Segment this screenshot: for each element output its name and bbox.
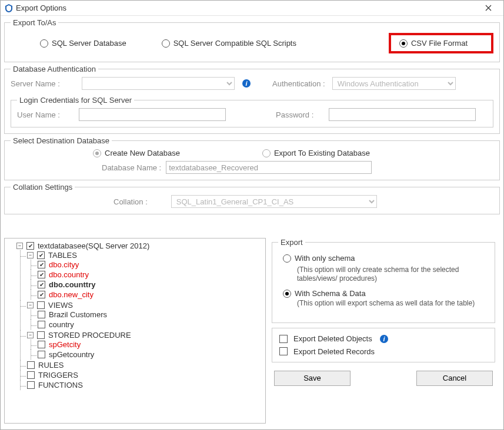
radio-icon (399, 39, 408, 48)
username-input[interactable] (79, 108, 226, 121)
tree-sp-item[interactable]: spGetcity (38, 340, 264, 349)
export-group: Export With only schema (This option wil… (272, 238, 495, 323)
checkbox-icon[interactable] (27, 371, 35, 379)
tree-triggers[interactable]: TRIGGERS (27, 371, 264, 379)
export-legend: Export (278, 238, 305, 247)
checkbox-checked-icon[interactable]: ✔ (38, 291, 45, 298)
export-options-window: Export Options Export To/As SQL Server D… (0, 0, 504, 430)
tree-stored-procedure[interactable]: − STORED PROCEDURE (27, 331, 264, 340)
radio-create-db[interactable]: Create New Database (93, 149, 180, 157)
tree-functions[interactable]: FUNCTIONS (27, 381, 264, 389)
tree-label: textdatabasee(SQL Server 2012) (38, 241, 149, 250)
login-legend: Login Credentials for SQL Server (17, 96, 134, 105)
tree-label: STORED PROCEDURE (48, 331, 131, 340)
radio-existing-db[interactable]: Export To Existing Database (262, 149, 370, 157)
deleted-records-label: Export Deleted Records (293, 347, 375, 356)
dbname-input[interactable] (166, 161, 372, 174)
tree-views[interactable]: − VIEWS (27, 301, 264, 310)
export-deleted-group: Export Deleted Objects i Export Deleted … (272, 328, 495, 362)
radio-label: With Schema & Data (295, 289, 366, 298)
checkbox-checked-icon[interactable]: ✔ (37, 251, 45, 259)
close-icon (485, 5, 492, 11)
password-input[interactable] (329, 108, 476, 121)
save-button[interactable]: Save (274, 371, 351, 386)
radio-sql-scripts[interactable]: SQL Server Compatible SQL Scripts (162, 39, 296, 48)
radio-label: CSV File Format (411, 39, 468, 48)
radio-icon (40, 39, 48, 48)
csv-highlight: CSV File Format (389, 33, 493, 53)
tree-table-item[interactable]: ✔dbo.country (38, 270, 264, 279)
checkbox-icon[interactable] (38, 341, 45, 348)
db-auth-group: Database Authentication Server Name : i … (4, 65, 500, 134)
tree-label: spGetcity (49, 340, 81, 349)
checkbox-checked-icon[interactable]: ✔ (26, 242, 34, 250)
username-label: User Name : (17, 110, 79, 119)
collation-select[interactable]: SQL_Latin1_General_CP1_CI_AS (171, 195, 377, 208)
tree-sp-item[interactable]: spGetcountry (38, 350, 264, 359)
dest-db-legend: Select Destination Database (11, 136, 112, 145)
tree-label: dbo.cityy (49, 260, 79, 269)
dbname-label: Database Name : (102, 163, 161, 172)
tree-label: dbo.country (49, 270, 89, 279)
info-icon[interactable]: i (379, 334, 389, 344)
app-icon (4, 4, 14, 13)
radio-label: SQL Server Compatible SQL Scripts (173, 39, 296, 48)
checkbox-icon[interactable] (37, 331, 45, 339)
tree-table-item[interactable]: ✔dbo.cityy (38, 260, 264, 269)
tree-view-item[interactable]: country (38, 320, 264, 329)
radio-label: Create New Database (105, 149, 180, 157)
checkbox-checked-icon[interactable]: ✔ (38, 271, 45, 278)
radio-schema-data[interactable]: With Schema & Data (283, 289, 366, 298)
collapse-icon[interactable]: − (27, 252, 34, 258)
tree-label: FUNCTIONS (38, 381, 83, 389)
tree-table-item[interactable]: ✔dbo.counttry (38, 280, 264, 289)
checkbox-deleted-objects[interactable] (279, 335, 288, 343)
schema-data-desc: (This option will export schema as well … (297, 299, 484, 308)
authentication-select[interactable]: Windows Authentication (332, 77, 456, 90)
tree-label: spGetcountry (49, 350, 94, 359)
tree-label: dbo.new_city (49, 290, 94, 299)
tree-label: TABLES (48, 251, 77, 260)
checkbox-icon[interactable] (37, 301, 45, 309)
dest-db-group: Select Destination Database Create New D… (4, 136, 500, 180)
tree-rules[interactable]: RULES (27, 361, 264, 369)
tree-label: country (49, 320, 74, 329)
checkbox-checked-icon[interactable]: ✔ (38, 281, 45, 288)
tree-table-item[interactable]: ✔dbo.new_city (38, 290, 264, 299)
radio-label: Export To Existing Database (274, 149, 370, 157)
radio-schema-only[interactable]: With only schema (283, 254, 355, 263)
checkbox-icon[interactable] (27, 361, 35, 369)
checkbox-icon[interactable] (38, 321, 45, 328)
schema-only-desc: (This option will only create schema for… (297, 266, 484, 284)
checkbox-icon[interactable] (38, 351, 45, 358)
tree-root[interactable]: − ✔ textdatabasee(SQL Server 2012) (16, 241, 264, 250)
collapse-icon[interactable]: − (27, 332, 34, 338)
radio-icon (93, 149, 101, 157)
radio-icon (162, 39, 170, 48)
radio-sql-server-db[interactable]: SQL Server Database (40, 39, 126, 48)
collapse-icon[interactable]: − (16, 243, 23, 249)
radio-csv[interactable]: CSV File Format (399, 39, 468, 48)
radio-label: With only schema (295, 254, 355, 263)
tree-tables[interactable]: − ✔ TABLES (27, 251, 264, 260)
window-title: Export Options (14, 4, 476, 12)
export-to-legend: Export To/As (11, 18, 58, 27)
collation-group: Collation Settings Collation : SQL_Latin… (4, 183, 500, 214)
tree-view-item[interactable]: Brazil Customers (38, 310, 264, 319)
checkbox-icon[interactable] (38, 311, 45, 318)
tree-label: Brazil Customers (49, 310, 107, 319)
tree-label: VIEWS (48, 301, 73, 310)
tree-label: dbo.counttry (49, 280, 95, 289)
checkbox-icon[interactable] (27, 381, 35, 389)
object-tree[interactable]: − ✔ textdatabasee(SQL Server 2012) − ✔ T… (4, 238, 266, 424)
checkbox-deleted-records[interactable] (279, 347, 288, 355)
tree-label: TRIGGERS (38, 371, 78, 379)
server-name-select[interactable] (82, 77, 235, 90)
close-button[interactable] (476, 1, 500, 16)
collapse-icon[interactable]: − (27, 302, 34, 308)
login-credentials-group: Login Credentials for SQL Server User Na… (11, 96, 493, 127)
checkbox-checked-icon[interactable]: ✔ (38, 261, 45, 268)
info-icon[interactable]: i (242, 79, 251, 88)
cancel-button[interactable]: Cancel (416, 371, 493, 386)
collation-label: Collation : (114, 197, 148, 206)
